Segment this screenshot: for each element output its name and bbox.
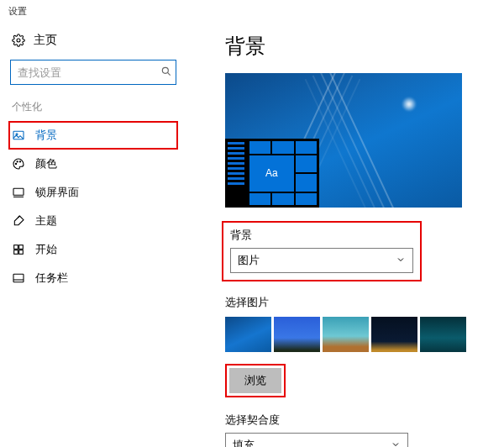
- background-type-label: 背景: [230, 228, 413, 243]
- svg-point-0: [17, 39, 20, 42]
- main-panel: 背景 Aa 背景 图片: [185, 23, 504, 447]
- thumbnail-3[interactable]: [323, 317, 369, 352]
- nav-item-background[interactable]: 背景: [8, 121, 178, 150]
- preview-start-menu: Aa: [225, 139, 319, 208]
- nav-label: 任务栏: [35, 271, 68, 286]
- nav-item-taskbar[interactable]: 任务栏: [8, 264, 178, 292]
- svg-point-6: [17, 161, 18, 162]
- gear-icon: [12, 34, 25, 47]
- fit-select[interactable]: 填充: [225, 433, 408, 447]
- taskbar-icon: [12, 271, 25, 285]
- nav-list: 背景 颜色 锁屏界面: [8, 121, 178, 292]
- thumbnail-1[interactable]: [225, 317, 271, 352]
- thumbnail-5[interactable]: [420, 317, 466, 352]
- svg-rect-11: [19, 245, 24, 250]
- svg-point-5: [15, 163, 16, 164]
- svg-rect-12: [14, 250, 18, 255]
- chevron-down-icon: [391, 439, 401, 448]
- window-title: 设置: [0, 0, 504, 23]
- chevron-down-icon: [396, 255, 406, 267]
- browse-highlight: 浏览: [225, 364, 286, 397]
- nav-item-start[interactable]: 开始: [8, 235, 178, 264]
- svg-point-1: [162, 67, 168, 73]
- lock-screen-icon: [12, 186, 25, 199]
- svg-point-7: [19, 161, 20, 162]
- nav-label: 主题: [35, 213, 57, 229]
- background-type-select[interactable]: 图片: [230, 248, 413, 273]
- thumbnail-4[interactable]: [371, 317, 417, 352]
- nav-label: 颜色: [35, 156, 57, 171]
- search-input[interactable]: [16, 66, 160, 80]
- fit-label: 选择契合度: [225, 413, 408, 428]
- svg-rect-14: [13, 274, 24, 281]
- svg-rect-10: [14, 245, 18, 250]
- picture-thumbnails: [225, 317, 494, 352]
- svg-rect-13: [19, 250, 24, 255]
- search-icon: [160, 66, 172, 80]
- browse-button[interactable]: 浏览: [229, 368, 281, 393]
- nav-label: 锁屏界面: [35, 185, 79, 200]
- choose-picture-label: 选择图片: [225, 295, 494, 310]
- start-icon: [12, 243, 25, 256]
- thumbnail-2[interactable]: [274, 317, 320, 352]
- nav-label: 背景: [35, 128, 57, 143]
- picture-icon: [12, 129, 25, 142]
- svg-rect-8: [13, 188, 24, 195]
- home-link[interactable]: 主页: [8, 23, 178, 56]
- sidebar: 主页 个性化 背景: [0, 23, 185, 447]
- nav-item-themes[interactable]: 主题: [8, 207, 178, 235]
- background-type-value: 图片: [238, 253, 260, 268]
- nav-item-lockscreen[interactable]: 锁屏界面: [8, 178, 178, 207]
- sidebar-section-title: 个性化: [8, 97, 178, 121]
- svg-line-2: [167, 72, 170, 75]
- page-title: 背景: [225, 33, 494, 60]
- nav-item-colors[interactable]: 颜色: [8, 150, 178, 178]
- search-box[interactable]: [10, 60, 176, 85]
- background-preview: Aa: [225, 73, 462, 208]
- palette-icon: [12, 157, 25, 171]
- fit-value: 填充: [233, 438, 255, 447]
- preview-sample-text: Aa: [249, 155, 294, 192]
- theme-icon: [12, 214, 25, 228]
- nav-label: 开始: [35, 242, 57, 257]
- background-type-group: 背景 图片: [225, 224, 418, 278]
- home-label: 主页: [34, 33, 57, 48]
